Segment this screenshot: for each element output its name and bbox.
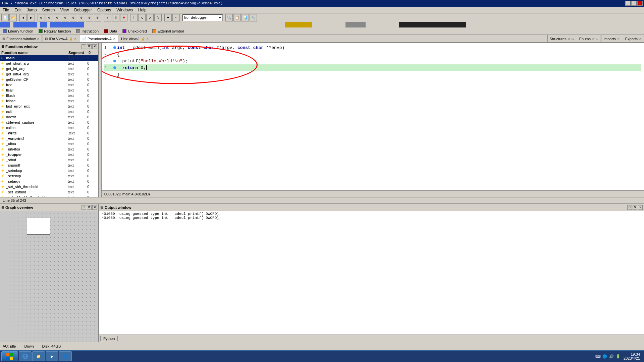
func-row[interactable]: ⚡_set_old_sbh_thresholdtext0 [0,195,98,197]
func-row[interactable]: ⚡get_short_argtext0 [0,61,98,66]
toolbar-step2[interactable]: ↘ [138,14,146,21]
func-row[interactable]: ⚡_vsnprintftext0 [0,136,98,141]
menu-item-options[interactable]: Options [95,7,114,13]
toolbar-step[interactable]: ↓ [130,14,138,21]
volume-icon[interactable]: 🔊 [609,354,614,359]
h-splitter[interactable] [99,43,102,197]
graph-close-btn[interactable]: ✕ [92,205,97,210]
toolbar-extra2[interactable]: 📋 [233,14,241,21]
output-content[interactable]: 401060: using guessed type int __cdecl p… [99,211,644,335]
toolbar-btn4[interactable]: ⚙ [46,14,53,21]
func-row[interactable]: ⚡get_int64_argtext0 [0,71,98,77]
func-row[interactable]: ⚡_set_sbh_thresholdtext0 [0,184,98,189]
funcpanel-float-btn[interactable]: □ [82,44,86,49]
hex-view-tab[interactable]: Hex View-1 🔒 ✕ [119,35,151,42]
keyboard-icon[interactable]: ⌨ [595,354,601,359]
graph-float-btn[interactable]: □ [82,205,86,210]
menu-item-view[interactable]: View [57,7,71,13]
funclist-rows[interactable]: ▶maintext0⚡get_short_argtext0⚡get_int_ar… [0,55,98,197]
func-row[interactable]: ⚡flsalltext0 [0,87,98,93]
func-row[interactable]: ⚡_stbuftext0 [0,157,98,163]
taskbar-user[interactable]: 👤 [59,351,72,361]
ida-view-tab[interactable]: ⊟ IDA View-A 🔒 ✕ [43,35,79,42]
func-row[interactable]: ⚡_setargvtext0 [0,179,98,184]
menu-item-windows[interactable]: Windows [114,7,136,13]
func-row[interactable]: ⚡_write.text0 [0,130,98,136]
func-row[interactable]: ⚡_ui64toatext0 [0,146,98,152]
func-row[interactable]: ⚡_setmbcptext0 [0,168,98,173]
minimize-button[interactable]: _ [625,1,631,6]
toolbar-btn9[interactable]: ⚙ [86,14,93,21]
pseudocode-tab-close[interactable]: ✕ [113,37,116,41]
func-row[interactable]: ⚡_touppertext0 [0,152,98,157]
func-row[interactable]: ⚡_snprintftext0 [0,163,98,168]
toolbar-forward[interactable]: ▶ [28,14,35,21]
menu-item-file[interactable]: File [0,7,12,13]
toolbar-bp[interactable]: ● [164,14,172,21]
toolbar-open[interactable]: 📂 [9,14,17,21]
menu-item-search[interactable]: Search [39,7,57,13]
start-button[interactable] [1,351,18,361]
func-row[interactable]: ⚡get_int_argtext0 [0,66,98,71]
func-row[interactable]: ⚡fast_error_exittext0 [0,104,98,109]
funcpanel-size-btn[interactable]: ⇱ [87,44,92,49]
structures-tab[interactable]: Structures ✕ □ [547,35,576,42]
output-size-btn[interactable]: ⇱ [633,205,637,210]
func-row[interactable]: ▶maintext0 [0,55,98,61]
hex-view-tab-lock[interactable]: 🔒 [141,37,145,41]
hex-view-tab-close[interactable]: ✕ [146,37,149,41]
func-row[interactable]: ⚡ctrlevent_capturetext0 [0,120,98,125]
python-button[interactable]: Python [100,336,118,341]
toolbar-btn6[interactable]: ⚙ [62,14,69,21]
toolbar-extra1[interactable]: 🔍 [225,14,233,21]
close-button[interactable]: ✕ [637,1,643,6]
toolbar-new[interactable]: 📄 [1,14,9,21]
func-row[interactable]: ⚡_set_osfhndtext0 [0,189,98,195]
func-row[interactable]: ⚡calloctext0 [0,125,98,130]
toolbar-extra4[interactable]: 🔧 [250,14,257,21]
breakpoint-dot-4[interactable] [113,66,116,69]
func-row[interactable]: ⚡doexittext0 [0,114,98,120]
taskbar-explorer[interactable]: 📁 [32,351,45,361]
breakpoint-dot-1[interactable] [113,46,116,49]
func-row[interactable]: ⚡fclosetext0 [0,98,98,104]
toolbar-btn10[interactable]: ⚙ [94,14,101,21]
funcwindow-tab[interactable]: ⊞ Functions window ✕ [0,35,42,42]
battery-icon[interactable]: 🔋 [615,354,621,359]
toolbar-pause[interactable]: ⏸ [112,14,119,21]
imports-tab-close[interactable]: ✕ [617,37,620,41]
toolbar-btn8[interactable]: ⚙ [78,14,85,21]
funcwindow-tab-close[interactable]: ✕ [37,37,40,41]
menu-item-help[interactable]: Help [136,7,149,13]
toolbar-step3[interactable]: ↗ [146,14,154,21]
menu-item-debugger[interactable]: Debugger [71,7,95,13]
toolbar-bp2[interactable]: ○ [172,14,180,21]
func-row[interactable]: ⚡_ultoatext0 [0,141,98,146]
exports-tab-close[interactable]: ✕ [639,37,642,41]
ida-view-tab-lock[interactable]: 🔒 [69,37,73,41]
toolbar-btn5[interactable]: ⚙ [54,14,61,21]
graph-content[interactable] [0,211,98,342]
maximize-button[interactable]: □ [631,1,637,6]
toolbar-step4[interactable]: ⤵ [154,14,162,21]
debugger-selector[interactable]: No debugger ▼ [182,14,223,21]
toolbar-run[interactable]: ▶ [104,14,111,21]
pseudocode-tab[interactable]: 📄 Pseudocode-A ✕ [80,35,118,42]
structures-tab-close[interactable]: ✕ [568,37,571,41]
toolbar-extra3[interactable]: 📊 [241,14,249,21]
taskbar-ie[interactable] [19,351,32,361]
toolbar-btn3[interactable]: ⚙ [38,14,45,21]
exports-tab[interactable]: Exports ✕ [623,35,644,42]
func-row[interactable]: ⚡_setenvptext0 [0,173,98,179]
func-row[interactable]: ⚡getSystemCFtext0 [0,77,98,82]
func-row[interactable]: ⚡exittext0 [0,109,98,114]
toolbar-btn7[interactable]: ⚙ [70,14,77,21]
graph-size-btn[interactable]: ⇱ [87,205,92,210]
funcpanel-close-btn[interactable]: ✕ [92,44,97,49]
network-icon[interactable]: 🌐 [602,354,607,359]
enums-tab[interactable]: Enums ✕ □ [577,35,600,42]
toolbar-back[interactable]: ◀ [19,14,27,21]
taskbar-media[interactable]: ▶ [46,351,58,361]
toolbar-stop[interactable]: ■ [120,14,127,21]
menu-item-edit[interactable]: Edit [12,7,24,13]
